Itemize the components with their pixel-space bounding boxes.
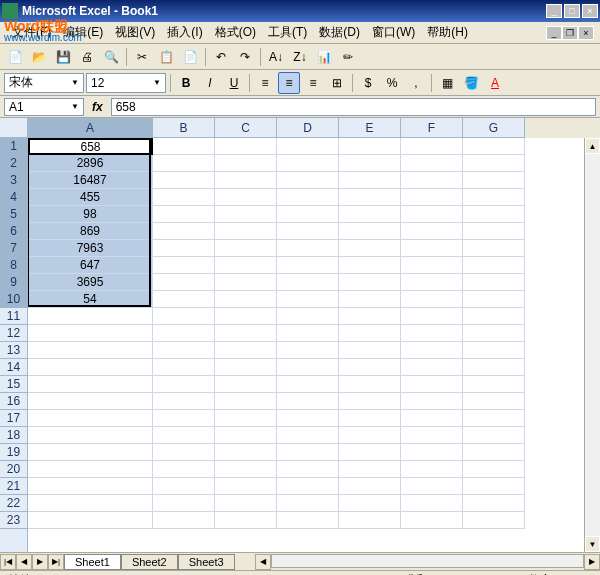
menu-data[interactable]: 数据(D) [313,22,366,43]
row-header-22[interactable]: 22 [0,495,27,512]
cell-A22[interactable] [28,495,153,512]
cell-grid[interactable]: 658289616487455988697963647369554 [28,138,584,552]
cell-G19[interactable] [463,444,525,461]
cut-icon[interactable]: ✂ [131,46,153,68]
cell-B20[interactable] [153,461,215,478]
cell-F1[interactable] [401,138,463,155]
cell-A1[interactable]: 658 [28,138,153,155]
align-right-icon[interactable]: ≡ [302,72,324,94]
cell-D19[interactable] [277,444,339,461]
cell-A16[interactable] [28,393,153,410]
cell-F5[interactable] [401,206,463,223]
row-header-19[interactable]: 19 [0,444,27,461]
cell-E12[interactable] [339,325,401,342]
currency-icon[interactable]: $ [357,72,379,94]
cell-F6[interactable] [401,223,463,240]
comma-icon[interactable]: , [405,72,427,94]
sort-asc-icon[interactable]: A↓ [265,46,287,68]
cell-F8[interactable] [401,257,463,274]
underline-icon[interactable]: U [223,72,245,94]
align-center-icon[interactable]: ≡ [278,72,300,94]
cell-B7[interactable] [153,240,215,257]
cell-B10[interactable] [153,291,215,308]
cell-B9[interactable] [153,274,215,291]
cell-G1[interactable] [463,138,525,155]
row-header-1[interactable]: 1 [0,138,27,155]
cell-C7[interactable] [215,240,277,257]
close-button[interactable]: × [582,4,598,18]
drawing-icon[interactable]: ✏ [337,46,359,68]
cell-G13[interactable] [463,342,525,359]
cell-A23[interactable] [28,512,153,529]
doc-minimize-button[interactable]: _ [546,26,562,40]
cell-F10[interactable] [401,291,463,308]
col-header-F[interactable]: F [401,118,463,138]
cell-E4[interactable] [339,189,401,206]
cell-F16[interactable] [401,393,463,410]
cell-G12[interactable] [463,325,525,342]
menu-view[interactable]: 视图(V) [109,22,161,43]
cell-D17[interactable] [277,410,339,427]
cell-C22[interactable] [215,495,277,512]
cell-C2[interactable] [215,155,277,172]
cell-F7[interactable] [401,240,463,257]
formula-input[interactable]: 658 [111,98,596,116]
cell-F17[interactable] [401,410,463,427]
cell-A4[interactable]: 455 [28,189,153,206]
cell-B21[interactable] [153,478,215,495]
cell-D22[interactable] [277,495,339,512]
hscroll-track[interactable] [271,554,584,568]
doc-close-button[interactable]: × [578,26,594,40]
row-header-13[interactable]: 13 [0,342,27,359]
cell-D2[interactable] [277,155,339,172]
cell-A3[interactable]: 16487 [28,172,153,189]
menu-insert[interactable]: 插入(I) [161,22,208,43]
cell-G2[interactable] [463,155,525,172]
cell-D9[interactable] [277,274,339,291]
row-header-2[interactable]: 2 [0,155,27,172]
cell-C12[interactable] [215,325,277,342]
cell-B8[interactable] [153,257,215,274]
cell-D11[interactable] [277,308,339,325]
tab-first-icon[interactable]: |◀ [0,554,16,570]
align-left-icon[interactable]: ≡ [254,72,276,94]
cell-B18[interactable] [153,427,215,444]
row-header-17[interactable]: 17 [0,410,27,427]
cell-A6[interactable]: 869 [28,223,153,240]
cell-D5[interactable] [277,206,339,223]
cell-F13[interactable] [401,342,463,359]
cell-F4[interactable] [401,189,463,206]
cell-E22[interactable] [339,495,401,512]
cell-B5[interactable] [153,206,215,223]
cell-C3[interactable] [215,172,277,189]
cell-C19[interactable] [215,444,277,461]
tab-sheet1[interactable]: Sheet1 [64,554,121,570]
cell-E5[interactable] [339,206,401,223]
row-header-6[interactable]: 6 [0,223,27,240]
cell-G22[interactable] [463,495,525,512]
cell-F9[interactable] [401,274,463,291]
cell-E20[interactable] [339,461,401,478]
cell-G4[interactable] [463,189,525,206]
cell-D21[interactable] [277,478,339,495]
cell-A13[interactable] [28,342,153,359]
cell-D20[interactable] [277,461,339,478]
cell-A9[interactable]: 3695 [28,274,153,291]
cell-B6[interactable] [153,223,215,240]
cell-D16[interactable] [277,393,339,410]
open-icon[interactable]: 📂 [28,46,50,68]
cell-A8[interactable]: 647 [28,257,153,274]
cell-B22[interactable] [153,495,215,512]
cell-F15[interactable] [401,376,463,393]
col-header-D[interactable]: D [277,118,339,138]
tab-prev-icon[interactable]: ◀ [16,554,32,570]
cell-F20[interactable] [401,461,463,478]
row-header-21[interactable]: 21 [0,478,27,495]
cell-G18[interactable] [463,427,525,444]
cell-E18[interactable] [339,427,401,444]
minimize-button[interactable]: _ [546,4,562,18]
cell-B12[interactable] [153,325,215,342]
cell-F12[interactable] [401,325,463,342]
cell-A7[interactable]: 7963 [28,240,153,257]
cell-C10[interactable] [215,291,277,308]
